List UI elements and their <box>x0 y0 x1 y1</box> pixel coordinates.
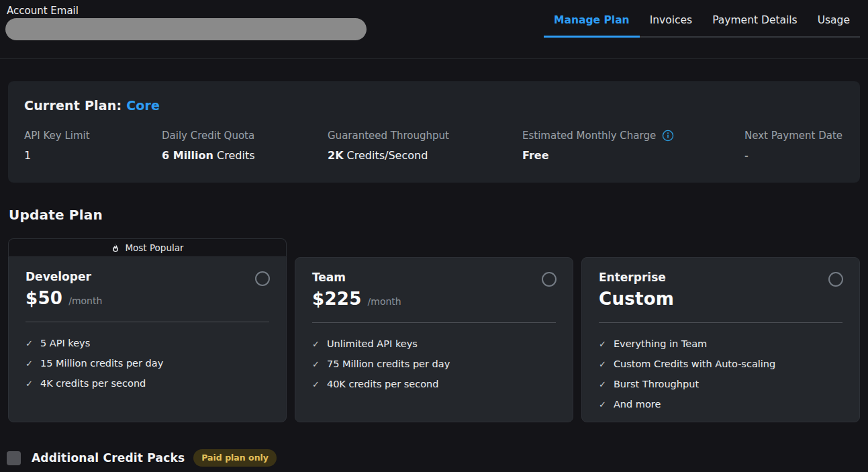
stat-guaranteed-throughput: Guaranteed Throughput 2K Credits/Second <box>328 130 522 162</box>
plan-price: $50 <box>26 288 62 308</box>
paid-plan-only-badge: Paid plan only <box>193 449 277 467</box>
current-plan-stats: API Key Limit 1 Daily Credit Quota 6 Mil… <box>24 130 860 162</box>
plan-name: Team <box>312 271 556 284</box>
plan-price: Custom <box>599 289 674 309</box>
plan-features: ✓5 API keys ✓15 Million credits per day … <box>26 338 269 389</box>
plan-column-team: Team $225 /month ✓Unlimited API keys ✓75… <box>295 238 573 422</box>
plan-price: $225 <box>312 289 362 309</box>
check-icon: ✓ <box>312 380 320 389</box>
plan-name: Developer <box>26 270 269 283</box>
plan-card-enterprise[interactable]: Enterprise Custom ✓Everything in Team ✓C… <box>581 257 860 422</box>
plan-name: Enterprise <box>599 271 842 284</box>
current-plan-title: Current Plan: Core <box>24 98 860 113</box>
check-icon: ✓ <box>599 380 606 389</box>
account-email-input[interactable] <box>5 18 367 40</box>
additional-credit-packs-row: Additional Credit Packs Paid plan only <box>7 449 868 467</box>
check-icon: ✓ <box>26 379 33 388</box>
plan-card-team[interactable]: Team $225 /month ✓Unlimited API keys ✓75… <box>295 257 573 422</box>
additional-credit-packs-checkbox[interactable] <box>7 451 21 465</box>
tab-invoices[interactable]: Invoices <box>640 0 703 38</box>
feature-item: ✓15 Million credits per day <box>26 358 269 369</box>
feature-item: ✓And more <box>599 399 842 410</box>
current-plan-name: Core <box>126 98 160 113</box>
account-email-label: Account Email <box>7 5 79 17</box>
feature-item: ✓Burst Throughput <box>599 379 842 389</box>
current-plan-card: Current Plan: Core API Key Limit 1 Daily… <box>8 81 860 183</box>
plan-column-developer: Most Popular Developer $50 /month ✓5 API… <box>8 238 287 422</box>
check-icon: ✓ <box>312 360 320 369</box>
check-icon: ✓ <box>599 360 606 369</box>
divider <box>26 322 269 322</box>
tab-payment-details[interactable]: Payment Details <box>702 0 808 38</box>
feature-item: ✓Custom Credits with Auto-scaling <box>599 359 842 369</box>
plan-features: ✓Unlimited API keys ✓75 Million credits … <box>312 338 556 389</box>
plan-card-developer[interactable]: Developer $50 /month ✓5 API keys ✓15 Mil… <box>8 256 287 422</box>
feature-item: ✓4K credits per second <box>26 378 269 389</box>
tabs-nav: Manage Plan Invoices Payment Details Usa… <box>544 0 860 38</box>
plan-column-enterprise: Enterprise Custom ✓Everything in Team ✓C… <box>581 238 860 422</box>
divider <box>312 322 556 323</box>
stat-api-key-limit: API Key Limit 1 <box>24 130 162 162</box>
tab-usage[interactable]: Usage <box>808 0 860 38</box>
divider <box>599 322 842 323</box>
most-popular-label: Most Popular <box>125 242 183 253</box>
most-popular-banner: Most Popular <box>8 238 287 256</box>
feature-item: ✓40K credits per second <box>312 379 556 389</box>
plan-period: /month <box>68 295 102 306</box>
flame-icon <box>111 243 120 252</box>
feature-item: ✓75 Million credits per day <box>312 359 556 369</box>
stat-estimated-monthly-charge: Estimated Monthly Charge Free <box>522 130 744 162</box>
current-plan-title-prefix: Current Plan: <box>24 98 122 113</box>
plan-options: Most Popular Developer $50 /month ✓5 API… <box>8 238 860 422</box>
check-icon: ✓ <box>599 400 606 409</box>
tab-manage-plan[interactable]: Manage Plan <box>544 0 640 38</box>
plan-radio-team[interactable] <box>542 272 557 287</box>
stat-daily-credit-quota: Daily Credit Quota 6 Million Credits <box>162 130 328 162</box>
feature-item: ✓Everything in Team <box>599 338 842 349</box>
plan-features: ✓Everything in Team ✓Custom Credits with… <box>599 338 842 410</box>
plan-period: /month <box>368 296 401 307</box>
check-icon: ✓ <box>26 339 33 348</box>
feature-item: ✓5 API keys <box>26 338 269 348</box>
check-icon: ✓ <box>26 359 33 368</box>
plan-radio-enterprise[interactable] <box>828 272 843 287</box>
check-icon: ✓ <box>599 340 606 348</box>
update-plan-title: Update Plan <box>9 207 868 223</box>
stat-next-payment-date: Next Payment Date - <box>744 130 860 162</box>
header: Account Email Manage Plan Invoices Payme… <box>0 0 868 59</box>
additional-credit-packs-label: Additional Credit Packs <box>32 451 185 465</box>
check-icon: ✓ <box>312 340 320 348</box>
plan-radio-developer[interactable] <box>255 271 270 286</box>
info-icon[interactable] <box>662 130 674 142</box>
feature-item: ✓Unlimited API keys <box>312 338 556 349</box>
